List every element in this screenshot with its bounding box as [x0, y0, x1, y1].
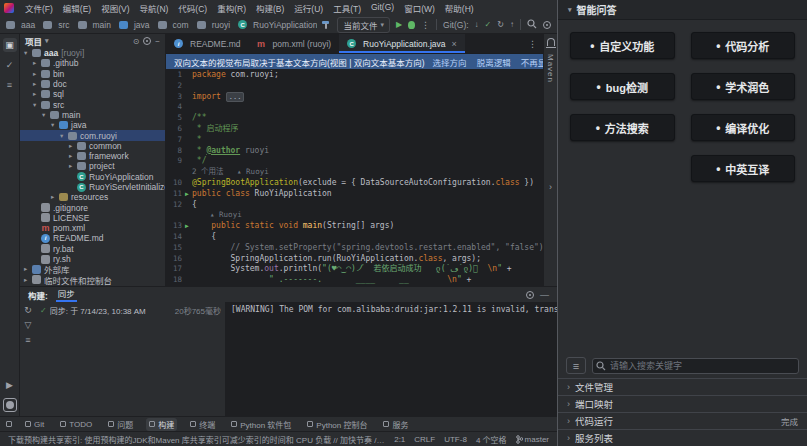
gear-icon[interactable]: [543, 21, 551, 29]
menu-item[interactable]: 编辑(E): [58, 2, 96, 14]
menu-item[interactable]: 构建(B): [251, 2, 289, 14]
tab-options-icon[interactable]: ⋮: [528, 39, 543, 49]
status-item[interactable]: 2:1: [394, 435, 405, 444]
tab-README.md[interactable]: iREADME.md: [166, 34, 249, 53]
menu-item[interactable]: Git(G): [366, 2, 399, 14]
assistant-section-服务列表[interactable]: ›服务列表: [558, 429, 807, 446]
locate-icon[interactable]: ⊙: [133, 37, 140, 46]
menu-item[interactable]: 帮助(H): [440, 2, 479, 14]
git-branch-widget[interactable]: master: [516, 435, 549, 444]
collapse-icon[interactable]: −: [155, 37, 160, 46]
tree-item-src[interactable]: ▾src: [20, 99, 165, 109]
status-item[interactable]: UTF-8: [444, 435, 467, 444]
menu-item[interactable]: 重构(R): [212, 2, 251, 14]
tree-arrow-icon[interactable]: ▸: [33, 70, 41, 78]
tool-window-button-服务[interactable]: 服务: [380, 418, 411, 431]
tree-item-project[interactable]: ▸project: [20, 161, 165, 171]
tool-window-button-Git[interactable]: Git: [22, 418, 47, 431]
tree-arrow-icon[interactable]: ▸: [69, 142, 77, 150]
tree-arrow-icon[interactable]: ▸: [69, 152, 77, 160]
feature-button-编译优化[interactable]: •编译优化: [691, 114, 796, 141]
code-area[interactable]: 1package com.ruoyi;23import ...45/**6 * …: [166, 69, 543, 286]
tree-item-.github[interactable]: ▸.github: [20, 58, 165, 68]
tree-arrow-icon[interactable]: ▾: [60, 132, 68, 140]
feature-button-bug检测[interactable]: •bug检测: [570, 73, 675, 100]
tree-item-resources[interactable]: ▸resources: [20, 192, 165, 202]
git-history-icon[interactable]: ↻: [497, 20, 504, 29]
expand-chevron-icon[interactable]: ›: [549, 182, 552, 192]
assistant-search-input[interactable]: [592, 358, 799, 374]
tab-RuoYiApplication.java[interactable]: CRuoYiApplication.java×: [339, 34, 465, 53]
project-icon[interactable]: ▣: [3, 38, 17, 52]
menu-item[interactable]: 导航(N): [135, 2, 174, 14]
tool-window-button-问题[interactable]: 问题: [105, 418, 136, 431]
tree-item-ry.sh[interactable]: ry.sh: [20, 254, 165, 264]
breadcrumb-item[interactable]: CRuoYiApplication: [238, 20, 317, 30]
tab-sync[interactable]: 同步: [56, 287, 77, 302]
tree-item-README.md[interactable]: iREADME.md: [20, 233, 165, 243]
rerun-icon[interactable]: ↻: [24, 305, 32, 315]
assistant-header[interactable]: ▾ 智能问答: [558, 0, 807, 20]
debug-button-icon[interactable]: [408, 21, 415, 29]
commit-icon[interactable]: ✓: [3, 58, 17, 72]
tool-window-button-TODO[interactable]: TODO: [57, 418, 95, 431]
git-push-icon[interactable]: ↑: [510, 20, 514, 29]
breadcrumb-item[interactable]: aaa: [6, 20, 35, 30]
gear-icon[interactable]: [143, 37, 151, 45]
close-icon[interactable]: ×: [451, 39, 456, 49]
tab-pom.xml (ruoyi)[interactable]: mpom.xml (ruoyi): [249, 34, 340, 53]
search-everywhere-icon[interactable]: [527, 19, 537, 31]
tree-arrow-icon[interactable]: ▸: [51, 193, 59, 201]
tree-arrow-icon[interactable]: ▾: [42, 111, 50, 119]
status-item[interactable]: CRLF: [414, 435, 435, 444]
banner-action[interactable]: 选择方向: [433, 56, 467, 68]
run-gutter-icon[interactable]: ▶: [182, 221, 192, 232]
tree-item-ry.bat[interactable]: ry.bat: [20, 244, 165, 254]
tree-arrow-icon[interactable]: ▾: [51, 121, 59, 129]
feature-button-自定义功能[interactable]: •自定义功能: [570, 32, 675, 59]
breadcrumb-item[interactable]: com: [158, 20, 189, 30]
menu-item[interactable]: 工具(T): [328, 2, 366, 14]
tree-item-doc[interactable]: ▸doc: [20, 79, 165, 89]
assistant-section-代码运行[interactable]: ›代码运行完成: [558, 412, 807, 429]
tree-arrow-icon[interactable]: ▾: [33, 101, 41, 109]
tree-arrow-icon[interactable]: ▸: [33, 80, 41, 88]
tree-item-RuoYiApplication[interactable]: CRuoYiApplication: [20, 172, 165, 182]
git-update-icon[interactable]: ↓: [475, 20, 479, 29]
menu-item[interactable]: 文件(F): [20, 2, 58, 14]
run-gutter-icon[interactable]: ▶: [182, 189, 192, 200]
feature-button-代码分析[interactable]: •代码分析: [691, 32, 796, 59]
run-tool-icon[interactable]: ▶: [3, 378, 17, 392]
banner-action[interactable]: 不再显示: [521, 56, 543, 68]
tree-arrow-icon[interactable]: ▸: [33, 59, 41, 67]
status-item[interactable]: 4 个空格: [476, 434, 507, 445]
filter-icon[interactable]: ▽: [25, 320, 32, 330]
gear-icon[interactable]: [3, 398, 17, 412]
tree-item-.gitignore[interactable]: .gitignore: [20, 202, 165, 212]
feature-button-中英互译[interactable]: •中英互译: [691, 155, 796, 182]
tree-item-main[interactable]: ▾main: [20, 110, 165, 120]
menu-item[interactable]: 窗口(W): [399, 2, 440, 14]
tool-window-button-Python 控制台[interactable]: Python 控制台: [304, 418, 370, 431]
tree-item-pom.xml[interactable]: mpom.xml: [20, 223, 165, 233]
tool-window-button-构建[interactable]: 构建: [146, 418, 177, 431]
status-message[interactable]: 下载预构建共享索引: 使用预构建的JDK和Maven 库共享索引可减少索引的时间…: [8, 434, 386, 445]
build-output[interactable]: [WARNING] The POM for com.alibaba:druid:…: [226, 302, 557, 416]
tree-arrow-icon[interactable]: ▸: [33, 90, 41, 98]
git-commit-icon[interactable]: ✓: [485, 20, 492, 29]
tree-item-aaa[interactable]: ▾aaa[ruoyi]: [20, 48, 165, 58]
tool-window-button-Python 软件包[interactable]: Python 软件包: [228, 418, 294, 431]
tree-item-common[interactable]: ▸common: [20, 141, 165, 151]
run-button[interactable]: ▶: [396, 20, 402, 29]
tree-arrow-icon[interactable]: ▸: [24, 276, 32, 284]
breadcrumb-item[interactable]: ruoyi: [197, 20, 230, 30]
minimize-icon[interactable]: —: [540, 290, 549, 300]
tree-item-java[interactable]: ▾java: [20, 120, 165, 130]
breadcrumb-item[interactable]: java: [119, 20, 150, 30]
run-config-select[interactable]: 当前文件▾: [337, 17, 390, 33]
tree-item-com.ruoyi[interactable]: ▾com.ruoyi: [20, 130, 165, 140]
tool-window-toggle-icon[interactable]: [6, 421, 12, 427]
menu-item[interactable]: 视图(V): [96, 2, 134, 14]
tree-arrow-icon[interactable]: ▾: [24, 49, 32, 57]
tree-item-LICENSE[interactable]: LICENSE: [20, 213, 165, 223]
